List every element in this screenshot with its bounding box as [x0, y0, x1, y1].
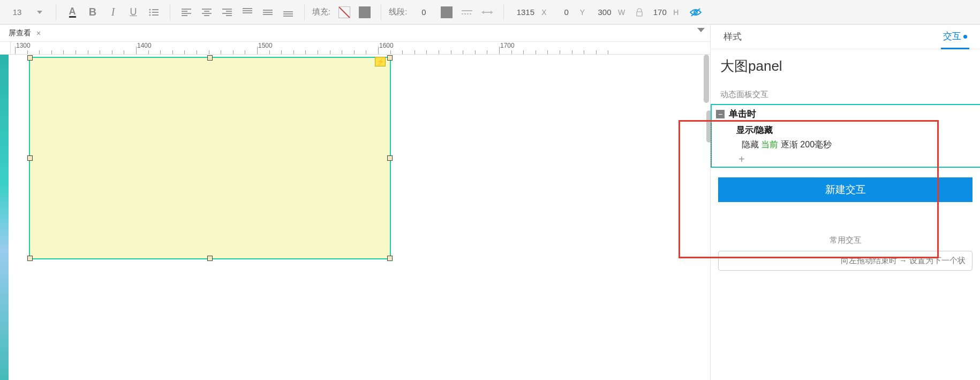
ruler-tick-minor [342, 50, 342, 54]
svg-point-2 [149, 11, 151, 13]
document-tab-label: 屏查看 [9, 28, 31, 38]
new-interaction-button[interactable]: 新建交互 [718, 177, 973, 202]
close-tab-icon[interactable]: × [36, 29, 41, 38]
valign-middle-icon[interactable] [259, 4, 276, 21]
interaction-event-block[interactable]: − 单击时 显示/隐藏 隐藏 当前 逐渐 200毫秒 + [711, 104, 980, 168]
fill-label: 填充: [312, 7, 330, 17]
selected-shape[interactable]: ⚡ [29, 57, 391, 259]
ruler-tick-minor [608, 50, 608, 54]
bullet-list-icon[interactable] [145, 4, 162, 21]
underline-icon[interactable]: U [125, 4, 142, 21]
ruler-tick-minor [51, 50, 52, 54]
svg-rect-10 [202, 9, 212, 10]
interaction-event-header[interactable]: − 单击时 [711, 105, 980, 123]
stroke-width-value[interactable]: 0 [412, 6, 435, 18]
action-name[interactable]: 显示/隐藏 [711, 123, 980, 137]
resize-handle-sw[interactable] [27, 256, 33, 261]
valign-bottom-icon[interactable] [280, 4, 297, 21]
ruler-tick-minor [523, 50, 524, 54]
action-detail[interactable]: 隐藏 当前 逐渐 200毫秒 [711, 137, 980, 154]
svg-rect-11 [204, 11, 209, 12]
resize-handle-ne[interactable] [387, 55, 393, 61]
interaction-indicator-icon[interactable]: ⚡ [375, 57, 386, 66]
ruler-tick-minor [426, 50, 427, 54]
pos-y-suffix: Y [580, 8, 585, 17]
font-size-value[interactable]: 13 [6, 5, 28, 20]
svg-point-0 [149, 9, 151, 10]
ruler-tick-major [378, 47, 379, 54]
ruler-label: 1300 [16, 42, 31, 49]
ruler-tick-minor [536, 50, 536, 54]
bold-icon[interactable]: B [84, 4, 101, 21]
italic-icon[interactable]: I [104, 4, 122, 21]
resize-handle-se[interactable] [387, 256, 393, 261]
svg-rect-5 [152, 14, 159, 16]
tab-style[interactable]: 样式 [721, 25, 744, 48]
pos-y-value[interactable]: 0 [555, 6, 578, 18]
ruler-tick-minor [269, 50, 270, 54]
ruler-tick-minor [124, 50, 124, 54]
tabs-dropdown-icon[interactable] [697, 28, 705, 32]
ruler-tick-minor [414, 50, 415, 54]
ruler-tick-minor [281, 50, 282, 54]
tab-interactions[interactable]: 交互 [941, 25, 969, 49]
stroke-color-swatch[interactable] [438, 4, 455, 21]
ruler-tick-minor [27, 50, 28, 54]
resize-handle-n[interactable] [207, 55, 213, 61]
add-action-icon[interactable]: + [711, 154, 980, 167]
resize-handle-e[interactable] [387, 155, 393, 161]
ruler-tick-minor [184, 50, 185, 54]
align-left-icon[interactable] [178, 4, 195, 21]
common-interaction-item[interactable]: 向左拖动结束时 → 设置为下一个状 [718, 251, 973, 271]
inspector-panel: 样式 交互 大图panel 动态面板交互 − 单击时 显示/隐藏 隐藏 当前 逐… [710, 25, 980, 380]
resize-handle-nw[interactable] [27, 55, 33, 61]
ruler-tick-minor [366, 50, 366, 54]
line-style-icon[interactable] [458, 4, 476, 21]
svg-rect-17 [226, 15, 232, 16]
svg-rect-19 [243, 10, 252, 11]
ruler-tick-minor [76, 50, 76, 54]
ruler-tick-major [15, 47, 16, 54]
valign-top-icon[interactable] [239, 4, 256, 21]
resize-handle-w[interactable] [27, 155, 33, 161]
svg-rect-8 [182, 13, 191, 14]
detail-duration: 200毫秒 [800, 140, 832, 149]
detail-current: 当前 [761, 140, 778, 149]
svg-rect-24 [283, 11, 293, 12]
size-w-suffix: W [618, 8, 625, 17]
size-h-value[interactable]: 170 [649, 6, 671, 18]
pos-x-suffix: X [541, 8, 546, 17]
pos-x-value[interactable]: 1315 [511, 6, 539, 18]
size-w-value[interactable]: 300 [593, 6, 616, 18]
align-right-icon[interactable] [218, 4, 236, 21]
svg-rect-20 [243, 12, 252, 13]
top-toolbar: 13 A B I U 填充: 线段: 0 1315 X [0, 0, 980, 25]
svg-rect-3 [152, 12, 159, 13]
document-tab[interactable]: 屏查看 × [3, 25, 46, 41]
canvas[interactable]: ⚡ [0, 55, 710, 380]
ruler-tick-minor [560, 50, 560, 54]
ruler-tick-minor [390, 50, 391, 54]
fill-none-swatch[interactable] [336, 4, 353, 21]
ruler-tick-minor [547, 50, 548, 54]
font-size-caret-icon[interactable] [31, 4, 48, 21]
visibility-toggle-icon[interactable] [687, 4, 704, 21]
ruler-tick-minor [63, 50, 64, 54]
ruler-tick-minor [572, 50, 572, 54]
vertical-scrollbar-thumb[interactable] [704, 55, 709, 103]
ruler-label: 1600 [379, 42, 394, 49]
event-name: 单击时 [729, 108, 756, 120]
arrow-style-icon[interactable] [479, 4, 496, 21]
document-tabs: 屏查看 × [0, 25, 710, 42]
svg-rect-15 [226, 11, 232, 12]
lock-aspect-icon[interactable] [634, 4, 645, 21]
align-center-icon[interactable] [198, 4, 215, 21]
svg-rect-30 [637, 12, 642, 16]
resize-handle-s[interactable] [207, 256, 213, 261]
font-color-icon[interactable]: A [64, 4, 81, 21]
detail-fade: 逐渐 [781, 140, 798, 149]
fill-color-swatch[interactable] [356, 4, 373, 21]
svg-rect-1 [152, 9, 159, 10]
collapse-icon[interactable]: − [716, 110, 725, 118]
svg-rect-18 [243, 8, 252, 9]
